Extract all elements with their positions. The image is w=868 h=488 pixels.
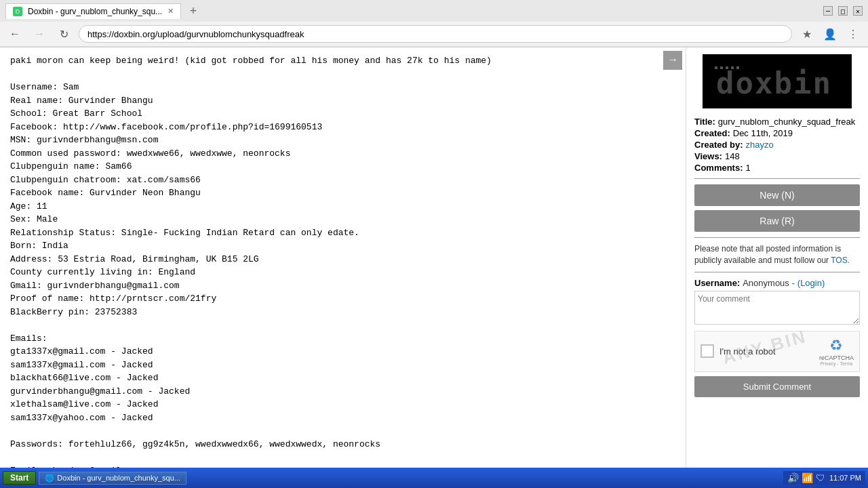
content-line: County currently living in: England xyxy=(10,266,675,279)
tos-note: Please note that all posted information … xyxy=(694,243,860,266)
title-label: Title: xyxy=(694,117,715,127)
active-tab[interactable]: D Doxbin - gurv_nublom_chunky_squ... ✕ xyxy=(5,3,181,19)
taskbar-active-item[interactable]: 🌐 Doxbin - gurv_nublom_chunky_squ... xyxy=(39,472,186,485)
views-value: 148 xyxy=(725,151,740,161)
content-line: sam1337x@yahoo.com - Jacked xyxy=(10,411,675,425)
doxbin-logo: doxbin xyxy=(709,58,845,105)
username-value: Anonymous xyxy=(743,278,789,288)
recaptcha-label: I'm not a robot xyxy=(719,346,814,357)
meta-table: Title: gurv_nublom_chunky_squad_freak Cr… xyxy=(694,117,860,173)
raw-button[interactable]: Raw (R) xyxy=(694,210,860,232)
recaptcha-icon: ♻ xyxy=(829,337,843,354)
content-line: gurvinderbhangu@gmail.com - Jacked xyxy=(10,385,675,399)
taskbar-item-icon: 🌐 xyxy=(45,474,54,483)
scroll-arrow[interactable]: → xyxy=(663,51,682,70)
systray-icons: 🔊 📶 🛡 xyxy=(787,472,825,483)
svg-rect-2 xyxy=(720,66,723,69)
close-button[interactable]: ✕ xyxy=(853,6,863,16)
recaptcha-terms: Privacy - Terms xyxy=(820,361,852,366)
forward-button[interactable]: → xyxy=(30,24,49,43)
content-line: Emails: xyxy=(10,332,675,346)
content-line: School: Great Barr School xyxy=(10,107,675,121)
browser-chrome: D Doxbin - gurv_nublom_chunky_squ... ✕ +… xyxy=(0,0,868,47)
tos-text: Please note that all posted information … xyxy=(694,244,841,265)
recaptcha-box[interactable]: I'm not a robot ♻ reCAPTCHA Privacy - Te… xyxy=(694,331,860,372)
content-line: Facebook: http://www.facebook.com/profil… xyxy=(10,121,675,134)
content-line xyxy=(10,68,675,81)
minimize-button[interactable]: ─ xyxy=(823,6,833,16)
content-line: gta1337x@gmail.com - Jacked xyxy=(10,345,675,359)
content-line: Born: India xyxy=(10,239,675,253)
taskbar-right: 🔊 📶 🛡 11:07 PM xyxy=(783,471,865,485)
content-line: Clubpenguin name: Sam66 xyxy=(10,160,675,174)
taskbar-left: Start 🌐 Doxbin - gurv_nublom_chunky_squ.… xyxy=(3,471,186,485)
tab-title: Doxbin - gurv_nublom_chunky_squ... xyxy=(28,7,162,16)
content-line: Clubpenguin chatroom: xat.com/sams66 xyxy=(10,174,675,187)
content-line: Address: 53 Estria Road, Birmingham, UK … xyxy=(10,253,675,266)
new-button[interactable]: New (N) xyxy=(694,184,860,206)
reload-button[interactable]: ↻ xyxy=(54,24,73,43)
meta-createdby-row: Created by: zhayzo xyxy=(694,140,860,150)
svg-rect-3 xyxy=(726,66,728,69)
login-link[interactable]: - (Login) xyxy=(792,278,825,288)
content-line xyxy=(10,424,675,438)
content-line: Email: ohgodsam@gmail.com xyxy=(10,464,675,468)
tab-close-btn[interactable]: ✕ xyxy=(167,7,174,16)
text-panel: → paki moron can keep being weird! (kid … xyxy=(0,47,686,468)
content-line: Real name: Gurvinder Bhangu xyxy=(10,94,675,108)
nav-right-icons: ★ 👤 ⋮ xyxy=(797,24,863,43)
content-line: MSN: gurivnderbhangu@msn.com xyxy=(10,134,675,147)
recaptcha-container: I'm not a robot ♻ reCAPTCHA Privacy - Te… xyxy=(694,327,860,376)
meta-created-row: Created: Dec 11th, 2019 xyxy=(694,128,860,138)
content-line: blackhat66@live.com - Jacked xyxy=(10,371,675,385)
tab-favicon: D xyxy=(13,7,22,16)
content-line: xlethalsam@live.com - Jacked xyxy=(10,398,675,411)
divider-3 xyxy=(694,272,860,272)
comment-textarea[interactable] xyxy=(694,291,860,325)
systray-volume-icon: 📶 xyxy=(802,472,813,483)
content-line xyxy=(10,451,675,464)
content-line: Sex: Male xyxy=(10,213,675,226)
recaptcha-checkbox[interactable] xyxy=(701,344,714,358)
username-row: Username: Anonymous - (Login) xyxy=(694,278,860,288)
start-button[interactable]: Start xyxy=(3,471,36,485)
new-tab-button[interactable]: + xyxy=(185,3,201,19)
meta-views-row: Views: 148 xyxy=(694,151,860,161)
tos-link[interactable]: TOS. xyxy=(831,256,850,265)
menu-button[interactable]: ⋮ xyxy=(844,24,863,43)
content-line: Relationship Status: Single- Fucking Ind… xyxy=(10,226,675,240)
svg-rect-5 xyxy=(736,66,739,69)
content-line: Common used password: wwedxwwe66, wwedxw… xyxy=(10,147,675,161)
logo-area: doxbin xyxy=(694,54,860,108)
title-bar: D Doxbin - gurv_nublom_chunky_squ... ✕ +… xyxy=(0,0,868,22)
address-bar[interactable] xyxy=(79,25,792,43)
comments-value: 1 xyxy=(746,163,751,173)
bookmark-button[interactable]: ★ xyxy=(797,24,816,43)
content-line: Username: Sam xyxy=(10,81,675,94)
created-label: Created: xyxy=(694,128,730,138)
content-line: BlackBerry pin: 23752383 xyxy=(10,306,675,319)
back-button[interactable]: ← xyxy=(5,24,24,43)
content-line xyxy=(10,319,675,332)
content-lines: Username: SamReal name: Gurvinder Bhangu… xyxy=(10,68,675,468)
nav-bar: ← → ↻ ★ 👤 ⋮ xyxy=(0,22,868,47)
recaptcha-logo: ♻ reCAPTCHA Privacy - Terms xyxy=(819,337,854,366)
svg-rect-4 xyxy=(731,66,734,69)
sidebar: doxbin Title: gurv_nublom_chunky_squad_f… xyxy=(686,47,868,468)
content-line: Facebook name: Gurvinder Neon Bhangu xyxy=(10,186,675,200)
header-line: paki moron can keep being weird! (kid go… xyxy=(10,54,675,68)
systray-security-icon: 🛡 xyxy=(816,472,825,483)
views-label: Views: xyxy=(694,151,722,161)
profile-button[interactable]: 👤 xyxy=(821,24,840,43)
maximize-button[interactable]: □ xyxy=(838,6,848,16)
content-line: sam1337x@gmail.com - Jacked xyxy=(10,359,675,372)
logo-box: doxbin xyxy=(703,54,852,108)
content-line: Proof of name: http://prntscr.com/21fry xyxy=(10,292,675,306)
submit-comment-button[interactable]: Submit Comment xyxy=(694,376,860,397)
systray-network-icon: 🔊 xyxy=(787,472,799,483)
divider-1 xyxy=(694,178,860,179)
createdby-link[interactable]: zhayzo xyxy=(746,140,774,150)
main-content: → paki moron can keep being weird! (kid … xyxy=(0,47,868,468)
content-line: Age: 11 xyxy=(10,200,675,214)
meta-comments-row: Comments: 1 xyxy=(694,163,860,173)
